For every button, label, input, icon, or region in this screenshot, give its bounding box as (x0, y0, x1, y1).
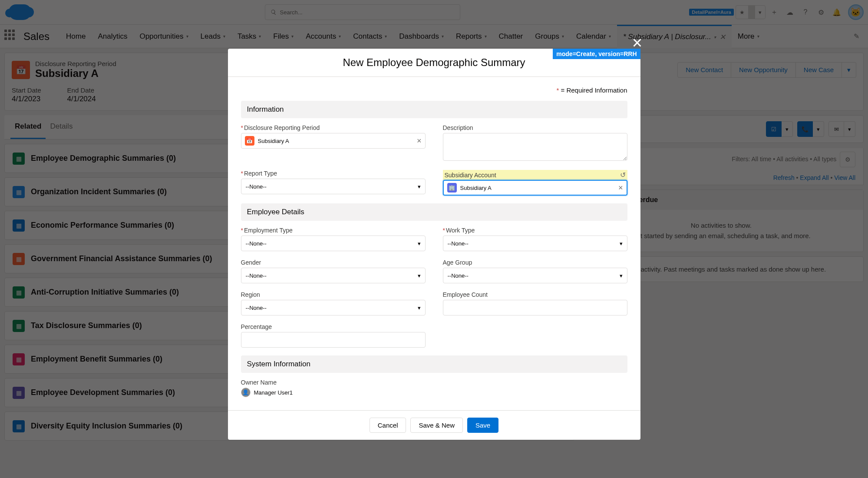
work-type-label: *Work Type (443, 227, 627, 234)
save-and-new-button[interactable]: Save & New (410, 418, 463, 433)
chevron-down-icon: ▾ (418, 240, 421, 247)
chevron-down-icon: ▾ (418, 272, 421, 279)
owner-name-label: Owner Name (241, 379, 426, 386)
section-information: Information (241, 101, 627, 118)
save-button[interactable]: Save (467, 418, 498, 433)
subsidiary-account-lookup[interactable]: 🏢 Subsidiary A × (443, 180, 627, 196)
report-type-select[interactable]: --None--▾ (241, 179, 426, 194)
new-record-modal: mode=Create, version=RRH New Employee De… (228, 49, 640, 440)
required-info-legend: * = Required Information (241, 82, 627, 98)
chevron-down-icon: ▾ (620, 272, 623, 279)
age-group-select[interactable]: --None--▾ (443, 268, 627, 283)
subsidiary-account-value: Subsidiary A (460, 185, 492, 191)
employment-type-select[interactable]: --None--▾ (241, 236, 426, 251)
cancel-button[interactable]: Cancel (370, 418, 406, 433)
clear-drp-icon[interactable]: × (417, 136, 422, 146)
clear-account-icon[interactable]: × (618, 183, 623, 193)
drp-value: Subsidiary A (258, 138, 289, 144)
calendar-icon: 📅 (245, 136, 254, 146)
owner-name-row: 👤 Manager User1 (241, 388, 426, 397)
section-employee: Employee Details (241, 203, 627, 221)
undo-icon[interactable]: ↺ (620, 171, 626, 179)
employment-type-label: *Employment Type (241, 227, 426, 234)
gender-label: Gender (241, 259, 426, 266)
region-select[interactable]: --None--▾ (241, 300, 426, 315)
owner-name-value: Manager User1 (254, 389, 293, 396)
employee-count-input[interactable] (443, 300, 627, 315)
age-group-label: Age Group (443, 259, 627, 266)
account-icon: 🏢 (447, 183, 457, 193)
section-system: System Information (241, 355, 627, 373)
modal-body: * = Required Information Information *Di… (228, 77, 640, 410)
mode-badge: mode=Create, version=RRH (553, 49, 640, 59)
chevron-down-icon: ▾ (620, 240, 623, 247)
percentage-input[interactable] (241, 332, 426, 348)
drp-lookup[interactable]: 📅 Subsidiary A × (241, 133, 426, 149)
gender-select[interactable]: --None--▾ (241, 268, 426, 283)
modal-footer: Cancel Save & New Save (228, 410, 640, 440)
description-input[interactable] (443, 133, 627, 161)
region-label: Region (241, 291, 426, 298)
chevron-down-icon: ▾ (418, 183, 421, 190)
modal-overlay: × mode=Create, version=RRH New Employee … (0, 0, 868, 478)
percentage-label: Percentage (241, 323, 426, 330)
work-type-select[interactable]: --None--▾ (443, 236, 627, 251)
report-type-label: *Report Type (241, 170, 426, 177)
employee-count-label: Employee Count (443, 291, 627, 298)
drp-label: *Disclosure Reporting Period (241, 124, 426, 131)
owner-avatar-icon: 👤 (241, 388, 251, 397)
chevron-down-icon: ▾ (418, 305, 421, 311)
description-label: Description (443, 124, 627, 131)
subsidiary-account-label: Subsidiary Account (445, 172, 496, 179)
